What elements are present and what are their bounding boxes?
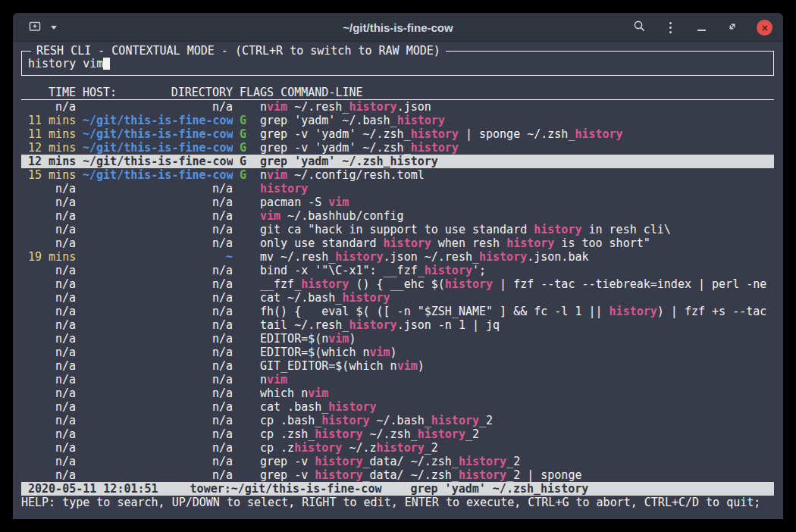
history-row[interactable]: n/an/aGIT_EDITOR=$(which nvim) bbox=[21, 359, 774, 373]
flags-cell bbox=[240, 264, 260, 277]
directory-cell: ~/git/this-is-fine-cow bbox=[83, 168, 233, 182]
history-row[interactable]: n/an/aEDITOR=$(which nvim) bbox=[21, 346, 774, 359]
history-row[interactable]: n/an/atail ~/.resh_history.json -n 1 | j… bbox=[21, 318, 774, 332]
history-row[interactable]: 12 mins~/git/this-is-fine-cowGgrep 'yadm… bbox=[21, 155, 774, 168]
directory-cell: n/a bbox=[83, 277, 233, 291]
history-row[interactable]: n/an/acat .bash_history bbox=[21, 400, 774, 414]
history-row[interactable]: 11 mins~/git/this-is-fine-cowGgrep -v 'y… bbox=[21, 127, 774, 141]
minimize-button[interactable] bbox=[694, 18, 708, 36]
time-cell: n/a bbox=[28, 427, 76, 441]
directory-cell: n/a bbox=[83, 223, 233, 236]
command-cell: git ca "hack in support to use standard … bbox=[260, 223, 774, 236]
flags-cell: G bbox=[240, 114, 260, 127]
command-cell: cp .zsh_history ~/.zsh_history_2 bbox=[260, 427, 774, 441]
history-row[interactable]: n/an/acp .bash_history ~/.bash_history_2 bbox=[21, 414, 774, 427]
history-row[interactable]: 15 mins~/git/this-is-fine-cowGnvim ~/.co… bbox=[21, 168, 774, 182]
time-cell: n/a bbox=[28, 359, 76, 373]
flags-cell bbox=[240, 400, 260, 414]
command-cell: mv ~/.resh_history.json ~/.resh_history.… bbox=[260, 250, 774, 264]
command-cell: EDITOR=$(nvim) bbox=[260, 332, 774, 346]
search-button[interactable] bbox=[632, 18, 646, 36]
command-cell: nvim ~/.config/resh.toml bbox=[260, 168, 774, 182]
time-cell: 12 mins bbox=[28, 155, 76, 168]
command-cell: cat ~/.bash_history bbox=[260, 291, 774, 305]
directory-cell: n/a bbox=[83, 400, 233, 414]
history-row[interactable]: n/an/ahistory bbox=[21, 182, 774, 196]
history-row[interactable]: n/an/aEDITOR=$(nvim) bbox=[21, 332, 774, 346]
time-cell: n/a bbox=[28, 100, 76, 114]
history-row[interactable]: n/an/agrep -v history_data/ ~/.zsh_histo… bbox=[21, 455, 774, 468]
history-row[interactable]: n/an/acat ~/.bash_history bbox=[21, 291, 774, 305]
history-row[interactable]: n/an/afh() { eval $( ([ -n "$ZSH_NAME" ]… bbox=[21, 305, 774, 318]
header-host-directory: HOST:DIRECTORY bbox=[83, 86, 233, 99]
time-cell: 11 mins bbox=[28, 114, 76, 127]
history-row[interactable]: n/an/awhich nvim bbox=[21, 386, 774, 400]
command-cell: which nvim bbox=[260, 386, 774, 400]
history-row[interactable]: n/an/abind -x '"\C-x1": __fzf_history'; bbox=[21, 264, 774, 277]
history-row[interactable]: n/an/a__fzf_history () { __ehc $(history… bbox=[21, 277, 774, 291]
flags-cell bbox=[240, 277, 260, 291]
window-title: ~/git/this-is-fine-cow bbox=[343, 21, 453, 34]
directory-cell: n/a bbox=[83, 346, 233, 359]
chevron-down-icon bbox=[51, 26, 57, 30]
command-cell: bind -x '"\C-x1": __fzf_history'; bbox=[260, 264, 774, 277]
time-cell: n/a bbox=[28, 455, 76, 468]
directory-cell: ~/git/this-is-fine-cow bbox=[83, 155, 233, 168]
status-datetime: 2020-05-11 12:01:51 bbox=[28, 482, 158, 496]
directory-cell: n/a bbox=[83, 427, 233, 441]
directory-cell: n/a bbox=[83, 359, 233, 373]
history-row[interactable]: 12 mins~/git/this-is-fine-cowGgrep -v 'y… bbox=[21, 141, 774, 155]
search-box: RESH CLI - CONTEXTUAL MODE - (CTRL+R to … bbox=[21, 51, 774, 76]
time-cell: n/a bbox=[28, 305, 76, 318]
flags-cell bbox=[240, 332, 260, 346]
directory-cell: n/a bbox=[83, 414, 233, 427]
flags-cell bbox=[240, 414, 260, 427]
new-tab-button[interactable] bbox=[28, 18, 42, 36]
command-cell: only use standard history when resh hist… bbox=[260, 236, 774, 250]
history-row[interactable]: 11 mins~/git/this-is-fine-cowGgrep 'yadm… bbox=[21, 114, 774, 127]
new-tab-dropdown-button[interactable] bbox=[47, 18, 61, 36]
flags-cell bbox=[240, 305, 260, 318]
flags-cell bbox=[240, 441, 260, 455]
history-row[interactable]: n/an/acp .zsh_history ~/.zsh_history_2 bbox=[21, 427, 774, 441]
close-button[interactable] bbox=[757, 20, 772, 36]
history-row[interactable]: n/an/aonly use standard history when res… bbox=[21, 236, 774, 250]
command-cell: grep -v 'yadm' ~/.zsh_history | sponge ~… bbox=[260, 127, 774, 141]
time-cell: n/a bbox=[28, 236, 76, 250]
history-row[interactable]: n/an/agit ca "hack in support to use sta… bbox=[21, 223, 774, 236]
time-cell: 12 mins bbox=[28, 141, 76, 155]
history-row[interactable]: n/an/agrep -v history_data/ ~/.zsh_histo… bbox=[21, 468, 774, 482]
menu-button[interactable] bbox=[663, 18, 677, 36]
command-cell: cat .bash_history bbox=[260, 400, 774, 414]
search-query-input[interactable]: history vim bbox=[28, 57, 767, 70]
time-cell: n/a bbox=[28, 223, 76, 236]
history-row[interactable]: n/an/apacman -S vim bbox=[21, 196, 774, 209]
help-line: HELP: type to search, UP/DOWN to select,… bbox=[21, 496, 774, 509]
directory-cell: n/a bbox=[83, 264, 233, 277]
directory-cell: n/a bbox=[83, 318, 233, 332]
command-cell: __fzf_history () { __ehc $(history | fzf… bbox=[260, 277, 774, 291]
flags-cell bbox=[240, 236, 260, 250]
kebab-menu-icon bbox=[669, 22, 672, 33]
flags-cell bbox=[240, 223, 260, 236]
text-cursor bbox=[103, 58, 110, 70]
time-cell: n/a bbox=[28, 264, 76, 277]
time-cell: n/a bbox=[28, 468, 76, 482]
directory-cell: n/a bbox=[83, 373, 233, 386]
history-row[interactable]: n/an/acp .zhistory ~/.zhistory_2 bbox=[21, 441, 774, 455]
time-cell: 11 mins bbox=[28, 127, 76, 141]
titlebar: ~/git/this-is-fine-cow bbox=[13, 13, 783, 42]
command-cell: cp .bash_history ~/.bash_history_2 bbox=[260, 414, 774, 427]
time-cell: n/a bbox=[28, 182, 76, 196]
history-row[interactable]: n/an/anvim bbox=[21, 373, 774, 386]
directory-cell: n/a bbox=[83, 468, 233, 482]
history-row[interactable]: 19 mins~mv ~/.resh_history.json ~/.resh_… bbox=[21, 250, 774, 264]
history-row[interactable]: n/an/avim ~/.bashhub/config bbox=[21, 209, 774, 223]
restore-button[interactable] bbox=[725, 18, 739, 36]
command-cell: history bbox=[260, 182, 774, 196]
new-tab-icon bbox=[29, 20, 41, 35]
flags-cell bbox=[240, 386, 260, 400]
status-command: grep 'yadm' ~/.zsh_history bbox=[410, 482, 588, 496]
history-row[interactable]: n/an/anvim ~/.resh_history.json bbox=[21, 100, 774, 114]
flags-cell bbox=[240, 468, 260, 482]
